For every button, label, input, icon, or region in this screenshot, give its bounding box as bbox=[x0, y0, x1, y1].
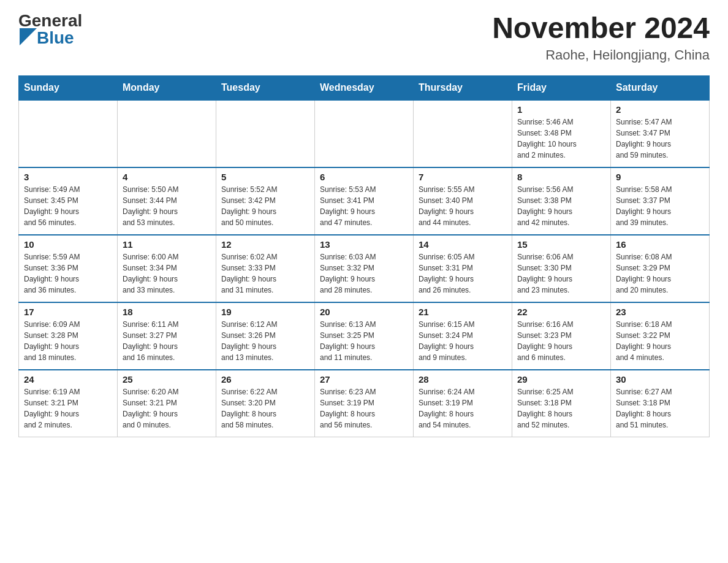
week-row-2: 3Sunrise: 5:49 AM Sunset: 3:45 PM Daylig… bbox=[19, 167, 710, 235]
calendar-cell: 29Sunrise: 6:25 AM Sunset: 3:18 PM Dayli… bbox=[512, 370, 611, 437]
day-number: 19 bbox=[221, 307, 309, 317]
title-block: November 2024 Raohe, Heilongjiang, China bbox=[492, 12, 710, 63]
calendar-cell: 7Sunrise: 5:55 AM Sunset: 3:40 PM Daylig… bbox=[414, 167, 512, 235]
day-number: 10 bbox=[24, 239, 112, 250]
day-number: 2 bbox=[616, 104, 704, 115]
calendar-cell: 1Sunrise: 5:46 AM Sunset: 3:48 PM Daylig… bbox=[512, 100, 611, 167]
day-number: 23 bbox=[616, 307, 704, 317]
day-info: Sunrise: 6:19 AM Sunset: 3:21 PM Dayligh… bbox=[24, 386, 112, 431]
day-number: 27 bbox=[320, 374, 408, 385]
weekday-header-thursday: Thursday bbox=[414, 75, 512, 100]
calendar-cell bbox=[315, 100, 414, 167]
week-row-3: 10Sunrise: 5:59 AM Sunset: 3:36 PM Dayli… bbox=[19, 235, 710, 302]
weekday-header-sunday: Sunday bbox=[19, 75, 118, 100]
calendar-table: SundayMondayTuesdayWednesdayThursdayFrid… bbox=[18, 75, 710, 438]
day-number: 28 bbox=[419, 374, 507, 385]
day-info: Sunrise: 5:46 AM Sunset: 3:48 PM Dayligh… bbox=[517, 117, 605, 161]
calendar-cell: 18Sunrise: 6:11 AM Sunset: 3:27 PM Dayli… bbox=[118, 302, 216, 370]
day-number: 30 bbox=[616, 374, 704, 385]
week-row-5: 24Sunrise: 6:19 AM Sunset: 3:21 PM Dayli… bbox=[19, 370, 710, 437]
day-info: Sunrise: 6:09 AM Sunset: 3:28 PM Dayligh… bbox=[24, 319, 112, 363]
day-info: Sunrise: 5:47 AM Sunset: 3:47 PM Dayligh… bbox=[616, 117, 704, 161]
calendar-cell: 16Sunrise: 6:08 AM Sunset: 3:29 PM Dayli… bbox=[611, 235, 710, 302]
day-info: Sunrise: 6:23 AM Sunset: 3:19 PM Dayligh… bbox=[320, 386, 408, 431]
day-number: 1 bbox=[517, 104, 605, 115]
day-number: 5 bbox=[221, 172, 309, 182]
calendar-cell: 27Sunrise: 6:23 AM Sunset: 3:19 PM Dayli… bbox=[315, 370, 414, 437]
calendar-cell: 12Sunrise: 6:02 AM Sunset: 3:33 PM Dayli… bbox=[216, 235, 315, 302]
logo: General Blue bbox=[18, 12, 82, 47]
day-info: Sunrise: 6:06 AM Sunset: 3:30 PM Dayligh… bbox=[517, 251, 605, 296]
day-number: 8 bbox=[517, 172, 605, 182]
calendar-cell: 11Sunrise: 6:00 AM Sunset: 3:34 PM Dayli… bbox=[118, 235, 216, 302]
day-number: 21 bbox=[419, 307, 507, 317]
day-info: Sunrise: 5:55 AM Sunset: 3:40 PM Dayligh… bbox=[419, 184, 507, 228]
day-number: 13 bbox=[320, 239, 408, 250]
calendar-cell: 22Sunrise: 6:16 AM Sunset: 3:23 PM Dayli… bbox=[512, 302, 611, 370]
weekday-header-saturday: Saturday bbox=[611, 75, 710, 100]
calendar-cell: 2Sunrise: 5:47 AM Sunset: 3:47 PM Daylig… bbox=[611, 100, 710, 167]
page-header: General Blue November 2024 Raohe, Heilon… bbox=[18, 12, 710, 63]
calendar-cell: 30Sunrise: 6:27 AM Sunset: 3:18 PM Dayli… bbox=[611, 370, 710, 437]
calendar-cell bbox=[19, 100, 118, 167]
day-number: 3 bbox=[24, 172, 112, 182]
week-row-1: 1Sunrise: 5:46 AM Sunset: 3:48 PM Daylig… bbox=[19, 100, 710, 167]
week-row-4: 17Sunrise: 6:09 AM Sunset: 3:28 PM Dayli… bbox=[19, 302, 710, 370]
calendar-cell bbox=[118, 100, 216, 167]
day-info: Sunrise: 5:53 AM Sunset: 3:41 PM Dayligh… bbox=[320, 184, 408, 228]
calendar-cell bbox=[414, 100, 512, 167]
day-info: Sunrise: 5:59 AM Sunset: 3:36 PM Dayligh… bbox=[24, 251, 112, 296]
day-number: 17 bbox=[24, 307, 112, 317]
day-number: 26 bbox=[221, 374, 309, 385]
calendar-cell: 21Sunrise: 6:15 AM Sunset: 3:24 PM Dayli… bbox=[414, 302, 512, 370]
day-number: 4 bbox=[123, 172, 211, 182]
calendar-cell: 9Sunrise: 5:58 AM Sunset: 3:37 PM Daylig… bbox=[611, 167, 710, 235]
day-info: Sunrise: 6:22 AM Sunset: 3:20 PM Dayligh… bbox=[221, 386, 309, 431]
day-number: 15 bbox=[517, 239, 605, 250]
day-info: Sunrise: 6:05 AM Sunset: 3:31 PM Dayligh… bbox=[419, 251, 507, 296]
weekday-header-row: SundayMondayTuesdayWednesdayThursdayFrid… bbox=[19, 75, 710, 100]
day-number: 7 bbox=[419, 172, 507, 182]
calendar-cell: 3Sunrise: 5:49 AM Sunset: 3:45 PM Daylig… bbox=[19, 167, 118, 235]
day-number: 24 bbox=[24, 374, 112, 385]
day-info: Sunrise: 6:13 AM Sunset: 3:25 PM Dayligh… bbox=[320, 319, 408, 363]
calendar-cell: 15Sunrise: 6:06 AM Sunset: 3:30 PM Dayli… bbox=[512, 235, 611, 302]
day-number: 25 bbox=[123, 374, 211, 385]
day-number: 11 bbox=[123, 239, 211, 250]
day-info: Sunrise: 6:03 AM Sunset: 3:32 PM Dayligh… bbox=[320, 251, 408, 296]
weekday-header-wednesday: Wednesday bbox=[315, 75, 414, 100]
day-number: 14 bbox=[419, 239, 507, 250]
day-info: Sunrise: 5:56 AM Sunset: 3:38 PM Dayligh… bbox=[517, 184, 605, 228]
day-number: 29 bbox=[517, 374, 605, 385]
day-number: 20 bbox=[320, 307, 408, 317]
calendar-cell: 6Sunrise: 5:53 AM Sunset: 3:41 PM Daylig… bbox=[315, 167, 414, 235]
calendar-cell: 13Sunrise: 6:03 AM Sunset: 3:32 PM Dayli… bbox=[315, 235, 414, 302]
logo-blue-text: Blue bbox=[37, 29, 74, 47]
day-info: Sunrise: 6:08 AM Sunset: 3:29 PM Dayligh… bbox=[616, 251, 704, 296]
day-info: Sunrise: 6:12 AM Sunset: 3:26 PM Dayligh… bbox=[221, 319, 309, 363]
calendar-cell: 24Sunrise: 6:19 AM Sunset: 3:21 PM Dayli… bbox=[19, 370, 118, 437]
day-info: Sunrise: 6:15 AM Sunset: 3:24 PM Dayligh… bbox=[419, 319, 507, 363]
weekday-header-tuesday: Tuesday bbox=[216, 75, 315, 100]
day-number: 6 bbox=[320, 172, 408, 182]
day-number: 9 bbox=[616, 172, 704, 182]
calendar-cell: 5Sunrise: 5:52 AM Sunset: 3:42 PM Daylig… bbox=[216, 167, 315, 235]
calendar-cell: 14Sunrise: 6:05 AM Sunset: 3:31 PM Dayli… bbox=[414, 235, 512, 302]
day-info: Sunrise: 6:27 AM Sunset: 3:18 PM Dayligh… bbox=[616, 386, 704, 431]
day-info: Sunrise: 6:11 AM Sunset: 3:27 PM Dayligh… bbox=[123, 319, 211, 363]
day-info: Sunrise: 6:18 AM Sunset: 3:22 PM Dayligh… bbox=[616, 319, 704, 363]
month-year-title: November 2024 bbox=[492, 12, 710, 45]
day-info: Sunrise: 6:24 AM Sunset: 3:19 PM Dayligh… bbox=[419, 386, 507, 431]
calendar-cell: 8Sunrise: 5:56 AM Sunset: 3:38 PM Daylig… bbox=[512, 167, 611, 235]
day-info: Sunrise: 6:02 AM Sunset: 3:33 PM Dayligh… bbox=[221, 251, 309, 296]
day-info: Sunrise: 6:16 AM Sunset: 3:23 PM Dayligh… bbox=[517, 319, 605, 363]
day-number: 16 bbox=[616, 239, 704, 250]
day-info: Sunrise: 6:00 AM Sunset: 3:34 PM Dayligh… bbox=[123, 251, 211, 296]
weekday-header-friday: Friday bbox=[512, 75, 611, 100]
calendar-cell: 10Sunrise: 5:59 AM Sunset: 3:36 PM Dayli… bbox=[19, 235, 118, 302]
weekday-header-monday: Monday bbox=[118, 75, 216, 100]
calendar-cell: 23Sunrise: 6:18 AM Sunset: 3:22 PM Dayli… bbox=[611, 302, 710, 370]
day-info: Sunrise: 5:50 AM Sunset: 3:44 PM Dayligh… bbox=[123, 184, 211, 228]
day-info: Sunrise: 5:58 AM Sunset: 3:37 PM Dayligh… bbox=[616, 184, 704, 228]
logo-general-text: General bbox=[18, 12, 82, 29]
